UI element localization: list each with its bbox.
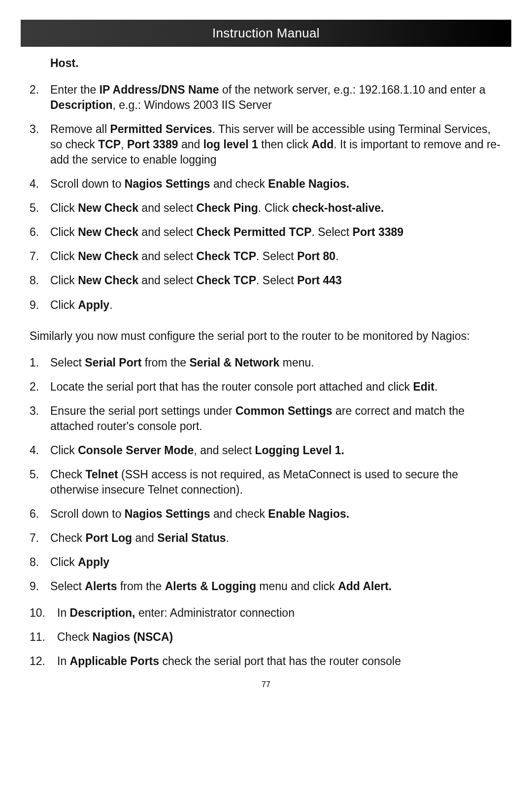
page-content: Host. Enter the IP Address/DNS Name of t… [30, 56, 502, 669]
steps-list-2: Select Serial Port from the Serial & Net… [30, 355, 502, 595]
host-period: . [75, 57, 78, 69]
bold-run: Apply [78, 299, 109, 311]
bold-run: Edit [413, 380, 434, 393]
bold-run: Telnet [86, 468, 118, 481]
bold-run: Description [50, 99, 113, 111]
step-item: Select Alerts from the Alerts & Logging … [30, 579, 502, 594]
bold-run: Description, [70, 606, 135, 619]
bold-run: Check Ping [197, 201, 258, 214]
header-bar: Instruction Manual [21, 20, 511, 47]
step-item: In Applicable Ports check the serial por… [30, 654, 502, 669]
bold-run: Permitted Services [110, 123, 212, 135]
bold-run: Port 3389 [353, 226, 404, 238]
bold-run: Port 3389 [127, 138, 178, 151]
step-item: Enter the IP Address/DNS Name of the net… [30, 82, 502, 113]
steps-list-3: In Description, enter: Administrator con… [30, 605, 502, 669]
bold-run: Serial Status [157, 532, 226, 544]
step-item: Click Apply. [30, 298, 502, 313]
bold-run: Enable Nagios. [268, 177, 349, 190]
bold-run: Serial & Network [190, 356, 280, 369]
bold-run: New Check [78, 250, 138, 263]
step-item: Click Console Server Mode, and select Lo… [30, 443, 502, 458]
step-item: Check Telnet (SSH access is not required… [30, 467, 502, 498]
bold-run: Applicable Ports [70, 655, 159, 667]
bold-run: log level 1 [203, 138, 258, 151]
steps-list-1: Enter the IP Address/DNS Name of the net… [30, 82, 502, 313]
bold-run: Serial Port [85, 356, 141, 369]
step-item: Ensure the serial port settings under Co… [30, 403, 502, 434]
step-item: Click New Check and select Check Permitt… [30, 225, 502, 240]
step-item: Click Apply [30, 555, 502, 570]
bold-run: New Check [78, 226, 138, 238]
step-item: Scroll down to Nagios Settings and check… [30, 176, 502, 192]
step-item: Locate the serial port that has the rout… [30, 379, 502, 395]
bold-run: Port Log [86, 532, 133, 544]
bold-run: Nagios Settings [125, 177, 210, 190]
step-item: Scroll down to Nagios Settings and check… [30, 506, 502, 522]
bold-run: Apply [78, 556, 109, 568]
bold-run: Alerts [85, 580, 117, 593]
step-item: Click New Check and select Check TCP. Se… [30, 249, 502, 264]
step-item: Check Port Log and Serial Status. [30, 531, 502, 546]
bold-run: Port 443 [297, 274, 342, 287]
bold-run: TCP [98, 138, 121, 151]
page-number: 77 [30, 680, 502, 689]
bold-run: Add [312, 138, 334, 151]
bold-run: check-host-alive. [292, 201, 384, 214]
step-item: Check Nagios (NSCA) [30, 630, 502, 645]
bold-run: Check TCP [197, 250, 256, 263]
bold-run: Add Alert. [338, 580, 392, 593]
step-item: Remove all Permitted Services. This serv… [30, 122, 502, 167]
bold-run: Common Settings [235, 404, 332, 417]
bold-run: New Check [78, 201, 138, 214]
header-title: Instruction Manual [212, 26, 320, 41]
step-item: Select Serial Port from the Serial & Net… [30, 355, 502, 370]
bold-run: Console Server Mode [78, 444, 194, 457]
bold-run: IP Address/DNS Name [100, 83, 219, 96]
bold-run: New Check [78, 274, 138, 287]
step-item: Click New Check and select Check Ping. C… [30, 200, 502, 216]
host-bold: Host [50, 57, 75, 69]
lead-host-line: Host. [50, 56, 502, 71]
bold-run: Check Permitted TCP [197, 226, 312, 238]
step-item: In Description, enter: Administrator con… [30, 605, 502, 621]
bold-run: Check TCP [197, 274, 256, 287]
step-item: Click New Check and select Check TCP. Se… [30, 273, 502, 288]
bold-run: Logging Level 1. [255, 444, 344, 457]
bold-run: Enable Nagios. [268, 507, 349, 520]
bold-run: Nagios Settings [125, 507, 210, 520]
transition-paragraph: Similarly you now must configure the ser… [30, 329, 502, 344]
bold-run: Alerts & Logging [165, 580, 256, 593]
bold-run: Port 80 [297, 250, 335, 263]
bold-run: Nagios (NSCA) [93, 631, 173, 643]
